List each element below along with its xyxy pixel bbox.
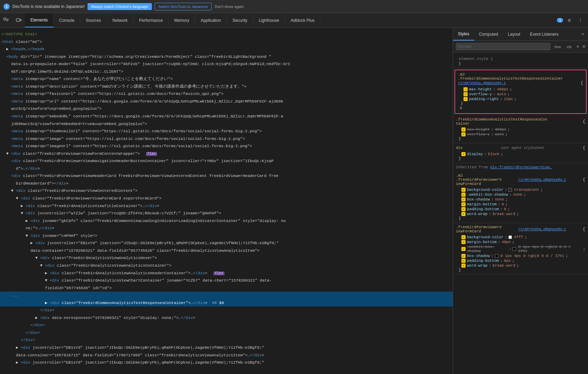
dom-line[interactable]: ▶ <div class="freebirdAnalyticsViewAnaly… [0, 269, 453, 277]
style-property[interactable]: ✓max-height: 400px; [458, 87, 583, 92]
dom-line[interactable]: wcc5cQ/viewform?usp=embed_googleplus"> [0, 105, 453, 113]
filter-input[interactable] [456, 43, 550, 50]
dom-line[interactable]: data-container="1578206321" data-fieldid… [0, 247, 453, 255]
property-checkbox[interactable]: ✓ [463, 92, 468, 96]
dom-line[interactable]: <meta itemprop="name" content="今、あなたが学びた… [0, 75, 453, 83]
property-checkbox[interactable]: ✓ [461, 132, 466, 136]
highlighted-rule-link[interactable]: rs=AMjVe6ha…gMwDpseRg:1 [458, 81, 506, 85]
dom-line[interactable]: ▼ <div jscontroller="w7Zlw" jsaction="rc… [0, 210, 453, 217]
settings-button[interactable]: ⚙ [564, 16, 574, 25]
styles-tab-layout[interactable]: Layout [503, 28, 525, 41]
tab-security[interactable]: Security [227, 13, 253, 27]
style-property[interactable]: ✓word-wrap: break-word; [456, 263, 585, 268]
dom-line[interactable]: data-container="1657816715" data-fieldid… [0, 351, 453, 359]
dom-line[interactable]: ▼ <div jsname="cAPHHf" style=> [0, 232, 453, 240]
tab-sources[interactable]: Sources [80, 13, 107, 27]
property-checkbox[interactable]: ✓ [461, 188, 466, 192]
match-language-button[interactable]: Always match Chrome's language [88, 3, 152, 10]
property-checkbox[interactable]: ✓ [461, 247, 466, 251]
property-checkbox[interactable]: ✓ [461, 259, 466, 263]
dom-line[interactable]: </div> [0, 306, 453, 314]
dom-line[interactable]: ▼ <div class="freebirdAnalyticsViewAnaly… [0, 254, 453, 262]
style-property[interactable]: ✓box-shadow: 0 1px 4px 0 rgb(0 0 0 / 37%… [456, 253, 585, 258]
style-property[interactable]: ✓-webkit-box-shadow: none; [456, 192, 585, 197]
dom-panel[interactable]: <!DOCTYPE html><html class="m2">▶ <head>… [0, 28, 453, 374]
dom-line[interactable]: <meta itemprop="embedURL" content="https… [0, 113, 453, 120]
property-checkbox[interactable]: ✓ [461, 202, 466, 206]
dom-line[interactable]: </div> [0, 336, 453, 344]
dom-line[interactable]: ▼ <div class="freebirdFormviewerViewForm… [0, 150, 453, 158]
device-toolbar-icon[interactable] [12, 13, 25, 27]
dom-line[interactable]: data-is-prepopulate-mode="false" jscontr… [0, 60, 453, 68]
dom-line[interactable]: ▼ <div class="freebirdFormviewerViewForm… [0, 195, 453, 202]
dom-line[interactable]: <div class="freebirdFormviewerViewHeader… [0, 172, 453, 180]
dom-line[interactable]: <meta itemprop="faviconUrl" content="htt… [0, 90, 453, 98]
style-property[interactable]: ✓display: block; [456, 152, 585, 157]
dom-line[interactable]: d">…</div> [0, 165, 453, 172]
dom-line[interactable]: ▼ <div class="freebirdFormviewerViewCent… [0, 187, 453, 195]
inherited-class-link[interactable]: div.freebirdFormviewerView… [490, 165, 552, 169]
dom-line[interactable]: <html class="m2"> [0, 38, 453, 46]
style-property[interactable]: ✓padding-bottom: 0; [456, 207, 585, 212]
tab-memory[interactable]: Memory [169, 13, 195, 27]
dom-line[interactable]: ▶ <head>…</head> [0, 45, 453, 53]
tab-lighthouse[interactable]: Lighthouse [253, 13, 285, 27]
dom-line[interactable]: ▶ <div class="freebirdCommonAnalyticsTex… [0, 299, 453, 307]
styles-expand-button[interactable]: » [578, 28, 588, 41]
dom-line[interactable]: ▼ <div class="freebirdAnalyticsViewChart… [0, 277, 453, 284]
dom-line[interactable]: <meta itemprop="imageUrl" content="https… [0, 142, 453, 150]
inspect-element-icon[interactable] [0, 13, 12, 27]
style-property[interactable]: ✓padding-right: 12px; [458, 97, 583, 101]
rule5-link[interactable]: rs=AMjVe6ha…gMwDpseRg:1 [518, 228, 566, 231]
styles-content[interactable]: element.style { } .m2 .freebirdCommonAna… [453, 53, 588, 374]
more-options-button[interactable]: ⋮ [576, 16, 585, 25]
add-style-button[interactable]: + [575, 44, 580, 49]
property-checkbox[interactable]: ✓ [461, 235, 466, 239]
dom-line[interactable]: ▶ <div jsname="gkC8fc" class="freebirdCo… [0, 217, 453, 225]
dom-line[interactable]: ▶ <div jscontroller="EB1sYd" jsaction="J… [0, 359, 453, 366]
dom-line[interactable]: ne;">…</div> [0, 224, 453, 232]
property-checkbox[interactable]: ✓ [461, 127, 466, 132]
dom-line[interactable]: 6Ef;oDrQPd:l9NwTb;dkdJAd:CMTGD;wINJic:.C… [0, 68, 453, 75]
dom-line[interactable]: ▼ <div class="freebirdAnalyticsViewAnaly… [0, 262, 453, 269]
dom-line[interactable]: <meta itemprop="thumbnailUrl" content="h… [0, 127, 453, 135]
property-checkbox[interactable]: ✓ [461, 264, 466, 268]
dom-line[interactable]: <meta itemprop="description" content="SW… [0, 83, 453, 90]
style-property[interactable]: ✓padding-bottom: 6px; [456, 258, 585, 263]
property-checkbox[interactable]: ✓ [461, 212, 466, 216]
property-checkbox[interactable]: ✓ [461, 193, 466, 197]
dom-line[interactable]: ▶ <div jscontroller="EB1sYd" jsaction="J… [0, 344, 453, 351]
hov-filter-button[interactable]: :hov [552, 44, 562, 50]
dom-line[interactable]: birdHeaderCard"></div> [0, 180, 453, 187]
tab-application[interactable]: Application [195, 13, 227, 27]
styles-tab-event-listeners[interactable]: Event Listeners [525, 28, 563, 41]
dom-line[interactable]: </div> [0, 329, 453, 337]
property-checkbox[interactable]: ✓ [461, 254, 466, 258]
dom-line[interactable]: ▶ <div class="freebirdAnalyticsViewTitle… [0, 202, 453, 210]
dom-line[interactable]: <div class="freebirdFormviewerViewNaviga… [0, 157, 453, 165]
style-property[interactable]: ✓margin-bottom: 0; [456, 202, 585, 207]
tab-elements[interactable]: Elements [25, 13, 54, 27]
dom-line[interactable]: <body dir="ltr" itemscope itemtype="http… [0, 53, 453, 61]
dont-show-button[interactable]: Don't show again [214, 5, 244, 9]
property-checkbox[interactable]: ✓ [461, 207, 466, 211]
dom-line[interactable]: ... [0, 292, 453, 299]
style-property[interactable]: ✓background-color: #fff; [456, 235, 585, 240]
dom-line[interactable]: <meta itemprop="image" content="https://… [0, 135, 453, 143]
style-property[interactable]: ✓box-shadow: none; [456, 197, 585, 202]
dom-line[interactable]: fieldid="857745626" id="c0"> [0, 284, 453, 292]
styles-tab-computed[interactable]: Computed [474, 28, 503, 41]
property-checkbox[interactable]: ✓ [463, 97, 468, 101]
style-property[interactable]: ✓-webkit-box-shadow: 0 1px 4px 0 rgb(0 0… [456, 244, 585, 253]
tab-adblock-plus[interactable]: Adblock Plus [285, 13, 320, 27]
style-property[interactable]: ✓background-color: transparent; [456, 187, 585, 192]
highlighted-add-button[interactable]: + [458, 105, 464, 112]
switch-language-button[interactable]: Switch DevTools to Japanese [155, 3, 212, 10]
dom-line[interactable]: ▶ <div data-noresponses="1578206321" sty… [0, 314, 453, 322]
property-checkbox[interactable]: ✓ [461, 240, 466, 244]
style-property[interactable]: ✓overflow-y: auto; [456, 132, 585, 137]
dom-line[interactable]: ▶ <div jscontroller="EB1sYd" jsaction="J… [0, 239, 453, 247]
tab-performance[interactable]: Performance [134, 13, 169, 27]
tab-console[interactable]: Console [54, 13, 80, 27]
dom-line[interactable]: <!DOCTYPE html> [0, 30, 453, 38]
